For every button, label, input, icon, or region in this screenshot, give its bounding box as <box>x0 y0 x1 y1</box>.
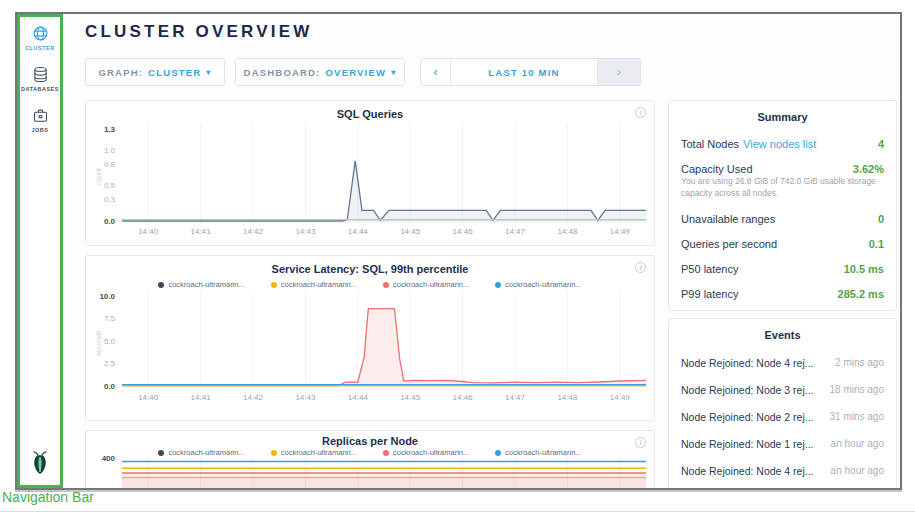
summary-label: Unavailable ranges <box>681 213 775 225</box>
event-title: Node Rejoined: Node 4 rej... <box>681 357 814 369</box>
navigation-bar: CLUSTER DATABASES JOBS <box>17 14 63 488</box>
svg-text:0.3: 0.3 <box>104 195 116 204</box>
dashboard-dropdown-value: OVERVIEW <box>326 67 387 78</box>
summary-value: 10.5 ms <box>844 263 884 275</box>
summary-label: Capacity Used <box>681 163 753 175</box>
divider <box>0 511 915 512</box>
graph-dropdown[interactable]: GRAPH: CLUSTER ▾ <box>85 58 225 86</box>
summary-row-qps: Queries per second 0.1 <box>669 231 896 256</box>
time-window-selector: ‹ LAST 10 MIN › <box>420 58 641 86</box>
svg-text:1.3: 1.3 <box>104 125 116 134</box>
summary-title: Summary <box>669 101 896 131</box>
svg-text:10.0: 10.0 <box>99 292 115 301</box>
svg-text:400: 400 <box>102 455 116 463</box>
page-title: CLUSTER OVERVIEW <box>85 22 313 42</box>
replicas-per-node-plot: 400 <box>86 455 656 490</box>
dashboard-dropdown[interactable]: DASHBOARD: OVERVIEW ▾ <box>235 58 405 86</box>
svg-text:14:48: 14:48 <box>557 227 578 236</box>
annotation-navigation-bar: Navigation Bar <box>2 489 94 505</box>
view-nodes-list-link[interactable]: View nodes list <box>743 138 816 150</box>
svg-text:14:45: 14:45 <box>400 393 421 402</box>
capacity-subtext: You are using 26.8 GiB of 742.0 GiB usab… <box>669 176 896 206</box>
events-panel: Events Node Rejoined: Node 4 rej... 2 mi… <box>668 318 897 490</box>
svg-text:14:49: 14:49 <box>610 227 631 236</box>
svg-text:14:41: 14:41 <box>191 393 212 402</box>
svg-text:5.0: 5.0 <box>104 337 116 346</box>
screenshot-frame: CLUSTER DATABASES JOBS <box>15 12 902 490</box>
summary-value: 285.2 ms <box>838 288 884 300</box>
svg-text:14:40: 14:40 <box>138 393 159 402</box>
summary-label: P99 latency <box>681 288 738 300</box>
dashboard-dropdown-label: DASHBOARD: <box>244 67 321 78</box>
svg-text:14:42: 14:42 <box>243 227 264 236</box>
svg-text:14:40: 14:40 <box>138 227 159 236</box>
sidebar-item-label: CLUSTER <box>25 45 54 51</box>
svg-text:14:47: 14:47 <box>505 393 526 402</box>
sql-queries-chart-card: SQL Queries i count 14:4014:4114:4214:43… <box>85 100 655 246</box>
time-next-button[interactable]: › <box>597 58 641 86</box>
svg-text:14:43: 14:43 <box>295 393 316 402</box>
sidebar-item-jobs[interactable]: JOBS <box>20 107 60 133</box>
replicas-per-node-chart-card: Replicas per Node i cockroach-ultramarin… <box>85 430 655 490</box>
summary-value: 4 <box>878 138 884 150</box>
svg-text:14:48: 14:48 <box>557 393 578 402</box>
summary-row-p50: P50 latency 10.5 ms <box>669 256 896 281</box>
svg-text:0.5: 0.5 <box>104 181 116 190</box>
svg-text:14:46: 14:46 <box>453 393 474 402</box>
svg-text:2.5: 2.5 <box>104 359 116 368</box>
svg-text:0.8: 0.8 <box>104 160 116 169</box>
sidebar-item-label: JOBS <box>32 127 49 133</box>
svg-text:14:43: 14:43 <box>295 227 316 236</box>
event-title: Node Rejoined: Node 3 rej... <box>681 384 814 396</box>
event-time: an hour ago <box>831 438 884 449</box>
svg-text:1.0: 1.0 <box>104 146 116 155</box>
summary-value: 3.62% <box>853 163 884 175</box>
event-row[interactable]: Node Rejoined: Node 3 rej... 18 mins ago <box>669 376 896 403</box>
info-icon[interactable]: i <box>635 437 646 448</box>
svg-text:14:47: 14:47 <box>505 227 526 236</box>
svg-text:0.0: 0.0 <box>104 382 116 391</box>
time-range-label[interactable]: LAST 10 MIN <box>451 58 597 86</box>
graph-dropdown-label: GRAPH: <box>98 67 143 78</box>
event-time: 31 mins ago <box>830 411 884 422</box>
events-title: Events <box>669 319 896 349</box>
event-title: Node Rejoined: Node 1 rej... <box>681 438 814 450</box>
svg-text:7.5: 7.5 <box>104 314 116 323</box>
event-time: 18 mins ago <box>830 384 884 395</box>
svg-text:14:46: 14:46 <box>453 227 474 236</box>
event-row[interactable]: Node Rejoined: Node 2 rej... 31 mins ago <box>669 403 896 430</box>
event-row[interactable]: Node Rejoined: Node 4 rej... an hour ago <box>669 457 896 484</box>
chart-title: Replicas per Node <box>86 435 654 447</box>
event-row[interactable]: Node Rejoined: Node 1 rej... an hour ago <box>669 430 896 457</box>
cockroachdb-logo[interactable] <box>29 449 51 479</box>
summary-row-capacity: Capacity Used 3.62% <box>669 156 896 176</box>
sidebar-item-label: DATABASES <box>21 86 59 92</box>
summary-label: Total Nodes <box>681 138 739 150</box>
page: CLUSTER DATABASES JOBS <box>0 0 915 517</box>
service-latency-chart-card: Service Latency: SQL, 99th percentile i … <box>85 255 655 421</box>
summary-value: 0 <box>878 213 884 225</box>
time-prev-button[interactable]: ‹ <box>420 58 451 86</box>
event-row[interactable]: Node Rejoined: Node 4 rej... 2 mins ago <box>669 349 896 376</box>
sidebar-item-databases[interactable]: DATABASES <box>20 66 60 92</box>
summary-panel: Summary Total NodesView nodes list 4 Cap… <box>668 100 897 311</box>
chevron-down-icon: ▾ <box>391 68 396 77</box>
sql-queries-plot: 14:4014:4114:4214:4314:4414:4514:4614:47… <box>86 101 656 247</box>
database-icon <box>32 66 49 83</box>
event-time: an hour ago <box>831 465 884 476</box>
svg-text:14:44: 14:44 <box>348 227 369 236</box>
summary-value: 0.1 <box>869 238 884 250</box>
globe-icon <box>32 25 49 42</box>
sidebar-item-cluster[interactable]: CLUSTER <box>20 25 60 51</box>
summary-row-total-nodes: Total NodesView nodes list 4 <box>669 131 896 156</box>
graph-dropdown-value: CLUSTER <box>148 67 201 78</box>
event-title: Node Rejoined: Node 4 rej... <box>681 465 814 477</box>
svg-text:14:42: 14:42 <box>243 393 264 402</box>
summary-row-unavailable-ranges: Unavailable ranges 0 <box>669 206 896 231</box>
chevron-down-icon: ▾ <box>206 68 211 77</box>
svg-text:0.0: 0.0 <box>104 217 116 226</box>
summary-row-p99: P99 latency 285.2 ms <box>669 281 896 306</box>
event-title: Node Rejoined: Node 2 rej... <box>681 411 814 423</box>
svg-text:14:49: 14:49 <box>610 393 631 402</box>
svg-text:14:44: 14:44 <box>348 393 369 402</box>
